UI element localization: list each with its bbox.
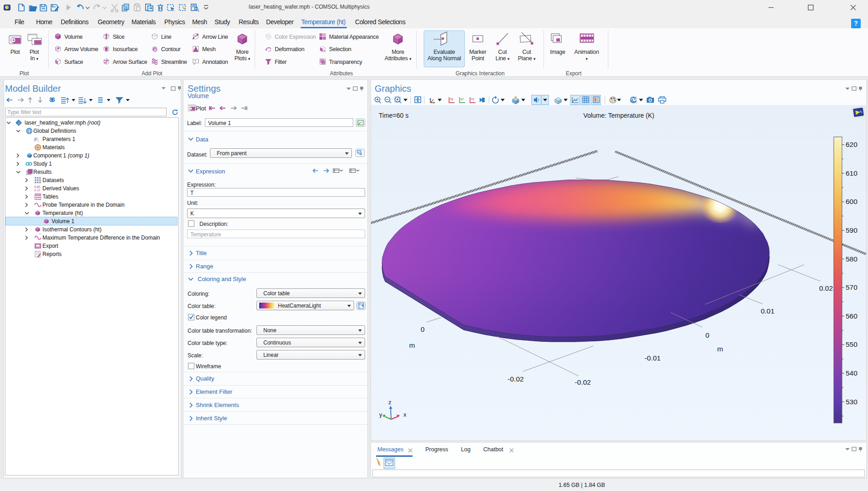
svg-text:590: 590	[846, 226, 858, 234]
svg-text:620: 620	[846, 141, 858, 148]
svg-text:0.01: 0.01	[761, 307, 774, 315]
svg-text:T: T	[194, 60, 197, 63]
svg-text:-0.01: -0.01	[644, 354, 660, 362]
svg-text:xz: xz	[471, 97, 475, 100]
svg-text:z: z	[388, 399, 392, 406]
svg-text:*: *	[39, 232, 41, 236]
svg-text:m: m	[717, 345, 723, 353]
svg-text:560: 560	[846, 312, 858, 320]
svg-text:530: 530	[846, 398, 858, 406]
svg-text:0: 0	[706, 331, 710, 339]
svg-text:8.85: 8.85	[34, 185, 40, 188]
svg-text:Volume: Temperature (K): Volume: Temperature (K)	[583, 112, 654, 119]
svg-text:x: x	[403, 411, 407, 418]
svg-text:m: m	[409, 341, 415, 349]
svg-text:0.02: 0.02	[819, 284, 833, 292]
svg-text:600: 600	[846, 198, 858, 205]
svg-text:0: 0	[421, 325, 425, 333]
svg-text:580: 580	[846, 255, 858, 263]
svg-text:-0.02: -0.02	[575, 378, 591, 386]
svg-text:550: 550	[846, 340, 858, 348]
svg-text:Time=60 s: Time=60 s	[379, 112, 408, 119]
svg-text:540: 540	[846, 369, 858, 377]
svg-text:y: y	[379, 411, 382, 418]
svg-text:610: 610	[846, 169, 858, 177]
svg-text:xy: xy	[450, 97, 454, 101]
svg-text:e-12: e-12	[34, 188, 40, 192]
svg-text:570: 570	[846, 283, 858, 291]
svg-text:P: P	[34, 137, 37, 142]
svg-text:i: i	[38, 139, 39, 143]
svg-text:yz: yz	[460, 97, 464, 101]
svg-text:-0.02: -0.02	[507, 375, 523, 383]
